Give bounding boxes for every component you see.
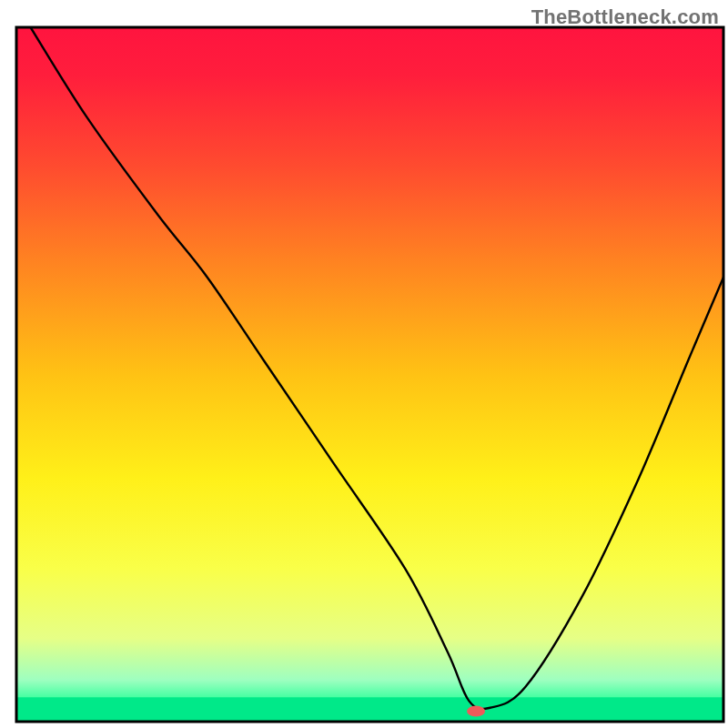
optimal-marker (467, 706, 485, 717)
gradient-background (16, 27, 723, 722)
chart-svg (0, 0, 728, 728)
bottleneck-chart: TheBottleneck.com (0, 0, 728, 728)
watermark-text: TheBottleneck.com (531, 5, 719, 29)
green-band (16, 697, 723, 722)
